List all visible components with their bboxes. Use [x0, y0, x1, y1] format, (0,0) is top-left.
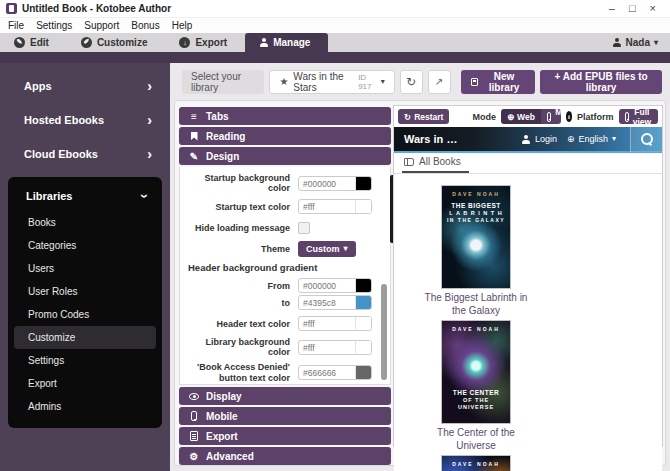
book-item[interactable]: DAVE NOAH THE CENTER OF THE UNIVERSE The…: [420, 321, 532, 452]
header-text-color-input[interactable]: #fff: [298, 316, 372, 331]
book-grid: DAVE NOAH THE BIGGEST L A B R I N T H IN…: [394, 174, 662, 471]
section-display[interactable]: Display: [179, 387, 391, 405]
color-swatch[interactable]: [355, 317, 371, 330]
platform-label: Platform: [577, 112, 614, 122]
menu-support[interactable]: Support: [84, 20, 119, 31]
mode-mobile-button[interactable]: Mobile app: [541, 109, 561, 124]
sidebar-item-books[interactable]: Books: [14, 211, 156, 234]
sidebar-item-users[interactable]: Users: [14, 257, 156, 280]
gradient-to-input[interactable]: #4395c8: [298, 295, 372, 310]
brush-icon: ✐: [81, 37, 92, 48]
export-icon: ↓: [179, 37, 190, 48]
search-icon: [641, 133, 653, 145]
sidebar-item-cloud-ebooks[interactable]: Cloud Ebooks ›: [0, 137, 170, 171]
pencil-icon: ✎: [14, 37, 25, 48]
libraries-group: Libraries › Books Categories Users User …: [8, 177, 162, 428]
gradient-from-input[interactable]: #000000: [298, 278, 372, 293]
gradient-section-label: Header background gradient: [188, 262, 376, 273]
design-scrollbar-thumb[interactable]: [381, 284, 387, 380]
section-advanced[interactable]: ⚙ Advanced: [179, 447, 391, 465]
maximize-button[interactable]: □: [629, 3, 636, 14]
restart-button[interactable]: ↻ Restart: [398, 109, 449, 124]
refresh-icon: ↻: [404, 112, 411, 122]
add-epub-button[interactable]: + Add EPUB files to library: [540, 70, 662, 94]
sidebar-item-settings[interactable]: Settings: [14, 349, 156, 372]
login-button[interactable]: Login: [522, 134, 557, 144]
theme-dropdown[interactable]: Custom ▾: [298, 241, 356, 257]
library-window-icon: [471, 78, 478, 86]
sidebar-item-user-roles[interactable]: User Roles: [14, 280, 156, 303]
setting-label: Library background color: [186, 337, 298, 358]
menu-file[interactable]: File: [8, 20, 24, 31]
open-external-button[interactable]: ↗: [428, 70, 451, 94]
brush-icon: ✎: [189, 151, 199, 162]
sidebar-item-admins[interactable]: Admins: [14, 395, 156, 418]
refresh-button[interactable]: ↻: [400, 70, 423, 94]
menu-help[interactable]: Help: [172, 20, 193, 31]
hide-loading-checkbox[interactable]: [298, 222, 310, 234]
user-name: Nada: [626, 37, 650, 48]
color-swatch[interactable]: [355, 366, 371, 379]
setting-row-theme: Theme Custom ▾: [186, 241, 376, 257]
close-button[interactable]: ×: [650, 3, 656, 14]
library-tab-row: All Books: [394, 153, 662, 174]
tab-customize[interactable]: ✐ Customize: [67, 33, 166, 52]
chevron-right-icon: ›: [147, 77, 152, 95]
sidebar-item-categories[interactable]: Categories: [14, 234, 156, 257]
setting-label: Header text color: [186, 319, 298, 329]
color-swatch[interactable]: [355, 296, 371, 309]
setting-row-gradient-from: From #000000: [186, 278, 376, 294]
globe-icon: ⊕: [507, 112, 514, 122]
sidebar-item-hosted-ebooks[interactable]: Hosted Ebooks ›: [0, 103, 170, 137]
chevron-down-icon: ▾: [344, 245, 348, 253]
color-swatch[interactable]: [355, 177, 371, 190]
sidebar-item-customize[interactable]: Customize: [14, 326, 156, 349]
denied-text-color-input[interactable]: #666666: [298, 365, 372, 380]
section-export[interactable]: Export: [179, 427, 391, 445]
chevron-right-icon: ›: [147, 111, 152, 129]
refresh-icon: ↻: [406, 75, 416, 89]
menu-bonus[interactable]: Bonus: [131, 20, 159, 31]
setting-label: 'Book Access Denied' button text color: [186, 362, 298, 383]
full-view-button[interactable]: Full view: [619, 109, 658, 124]
new-library-button[interactable]: New library: [461, 70, 536, 94]
startup-bg-color-input[interactable]: #000000: [298, 176, 372, 191]
color-swatch[interactable]: [355, 200, 371, 213]
color-swatch[interactable]: [355, 341, 371, 354]
sidebar-item-apps[interactable]: Apps ›: [0, 69, 170, 103]
user-menu[interactable]: Nada ▾: [613, 37, 670, 48]
title-bar: Untitled Book - Kotobee Author – □ ×: [0, 0, 670, 18]
search-button[interactable]: [630, 126, 662, 152]
book-title: The Center of the Universe: [420, 427, 532, 452]
section-reading[interactable]: Reading: [179, 127, 391, 145]
preview-controls: ↻ Restart Mode ⊕ Web Mobile app i Platfo…: [394, 106, 662, 127]
menu-settings[interactable]: Settings: [36, 20, 72, 31]
tab-edit[interactable]: ✎ Edit: [0, 33, 67, 52]
library-bg-color-input[interactable]: #fff: [298, 340, 372, 355]
library-dropdown[interactable]: ★ Wars in the Stars ID 917 ▾: [269, 70, 394, 94]
tab-export[interactable]: ↓ Export: [165, 33, 245, 52]
section-design[interactable]: ✎ Design: [179, 147, 391, 165]
minimize-button[interactable]: –: [609, 3, 615, 14]
window-title: Untitled Book - Kotobee Author: [22, 3, 171, 14]
info-icon[interactable]: i: [566, 111, 572, 122]
tab-manage[interactable]: Manage: [245, 33, 328, 52]
mode-toggle: ⊕ Web Mobile app: [501, 109, 561, 124]
setting-row-library-bg: Library background color #fff: [186, 337, 376, 358]
book-item[interactable]: DAVE NOAH THE BIGGEST L A B R I N T H IN…: [420, 186, 532, 317]
tab-all-books[interactable]: All Books: [402, 156, 469, 173]
section-tabs[interactable]: ≡ Tabs: [179, 107, 391, 125]
mode-web-button[interactable]: ⊕ Web: [501, 109, 541, 124]
book-cover: DAVE NOAH THE CENTER OF THE UNIVERSE: [442, 321, 510, 423]
sidebar-item-export[interactable]: Export: [14, 372, 156, 395]
section-mobile[interactable]: Mobile: [179, 407, 391, 425]
color-swatch[interactable]: [355, 279, 371, 292]
phone-icon: [189, 411, 199, 421]
startup-text-color-input[interactable]: #fff: [298, 199, 372, 214]
sidebar-item-promo-codes[interactable]: Promo Codes: [14, 303, 156, 326]
book-item[interactable]: DAVE NOAH THE DAY THE SKY BURNED B R I G…: [420, 456, 532, 471]
language-dropdown[interactable]: ⊕ English ▾: [567, 134, 616, 144]
bookmark-icon: [189, 132, 199, 141]
sidebar-item-libraries[interactable]: Libraries ›: [8, 181, 162, 211]
phone-icon: [547, 112, 552, 122]
